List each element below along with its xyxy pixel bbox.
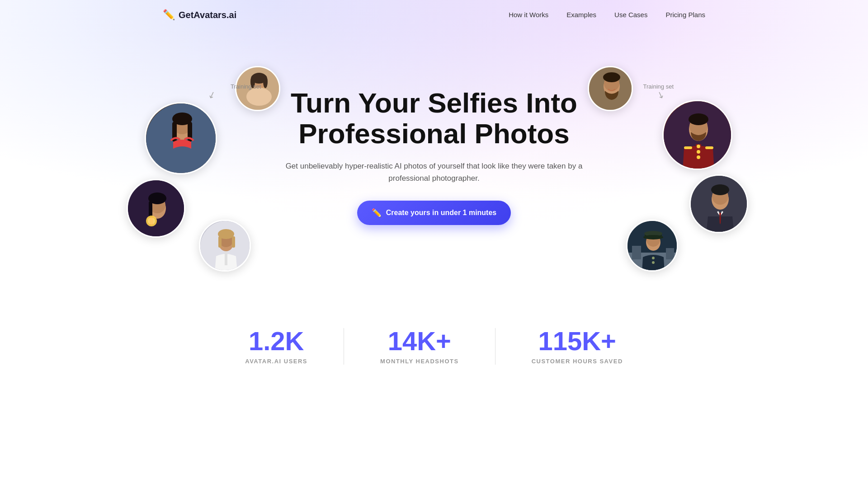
- arrow-right: ↙: [655, 89, 666, 101]
- svg-rect-27: [225, 252, 227, 265]
- avatar-bot-right: [689, 174, 748, 233]
- arrow-left: ↙: [206, 89, 217, 101]
- stat-users-number: 1.2K: [249, 328, 304, 354]
- logo-text: GetAvatars.ai: [179, 10, 236, 20]
- avatar-mid-right: [662, 100, 732, 170]
- stat-hours-label: CUSTOMER HOURS SAVED: [532, 358, 623, 365]
- stat-users-label: AVATAR.AI USERS: [245, 358, 307, 365]
- svg-point-38: [697, 150, 700, 154]
- nav-pricing[interactable]: Pricing Plans: [665, 11, 705, 19]
- avatar-bot-left: [127, 179, 185, 238]
- stats-section: 1.2K AVATAR.AI USERS 14K+ MONTHLY HEADSH…: [0, 301, 868, 401]
- hero-content: Turn Your Selfies Into Professional Phot…: [276, 88, 592, 225]
- logo-icon: ✏️: [163, 9, 175, 21]
- svg-point-20: [148, 217, 155, 225]
- nav-use-cases[interactable]: Use Cases: [614, 11, 647, 19]
- stat-headshots-label: MONTHLY HEADSHOTS: [380, 358, 459, 365]
- hero-title-line2: Professional Photos: [298, 118, 569, 149]
- stat-headshots: 14K+ MONTHLY HEADSHOTS: [344, 328, 495, 365]
- svg-point-56: [652, 261, 655, 264]
- stat-hours: 115K+ CUSTOMER HOURS SAVED: [495, 328, 659, 365]
- stat-hours-number: 115K+: [538, 328, 616, 354]
- svg-point-37: [697, 145, 700, 148]
- hero-subtitle: Get unbelievably hyper-realistic AI phot…: [276, 160, 592, 184]
- svg-rect-48: [632, 246, 641, 259]
- svg-point-35: [689, 113, 708, 125]
- stat-headshots-number: 14K+: [388, 328, 451, 354]
- nav-links: How it Works Examples Use Cases Pricing …: [509, 11, 705, 19]
- nav-how-it-works[interactable]: How it Works: [509, 11, 548, 19]
- avatar-botbot-right: [626, 220, 678, 272]
- svg-point-3: [246, 88, 272, 106]
- svg-rect-26: [232, 236, 235, 248]
- hero-title: Turn Your Selfies Into Professional Phot…: [276, 88, 592, 149]
- svg-rect-49: [666, 248, 674, 259]
- svg-point-6: [263, 75, 268, 88]
- svg-point-31: [603, 72, 620, 82]
- hero-section: Training set ↙: [0, 30, 868, 292]
- navigation: ✏️ GetAvatars.ai How it Works Examples U…: [0, 0, 868, 30]
- cta-label: Create yours in under 1 minutes: [386, 209, 497, 217]
- hero-title-line1: Turn Your Selfies Into: [291, 87, 577, 118]
- avatar-botbot-left: [199, 220, 251, 272]
- avatar-top-right: [588, 66, 633, 111]
- avatar-mid-left: [145, 102, 217, 174]
- svg-point-45: [711, 184, 729, 195]
- svg-point-55: [652, 257, 655, 259]
- cta-button[interactable]: ✏️ Create yours in under 1 minutes: [357, 201, 511, 225]
- svg-point-39: [697, 155, 700, 159]
- logo-link[interactable]: ✏️ GetAvatars.ai: [163, 9, 236, 21]
- svg-rect-40: [684, 146, 692, 149]
- cta-icon: ✏️: [372, 208, 382, 218]
- svg-rect-25: [218, 236, 222, 248]
- svg-rect-41: [705, 146, 713, 149]
- stat-users: 1.2K AVATAR.AI USERS: [209, 328, 344, 365]
- svg-point-54: [643, 235, 663, 239]
- nav-examples[interactable]: Examples: [566, 11, 596, 19]
- training-label-left: Training set: [231, 83, 261, 90]
